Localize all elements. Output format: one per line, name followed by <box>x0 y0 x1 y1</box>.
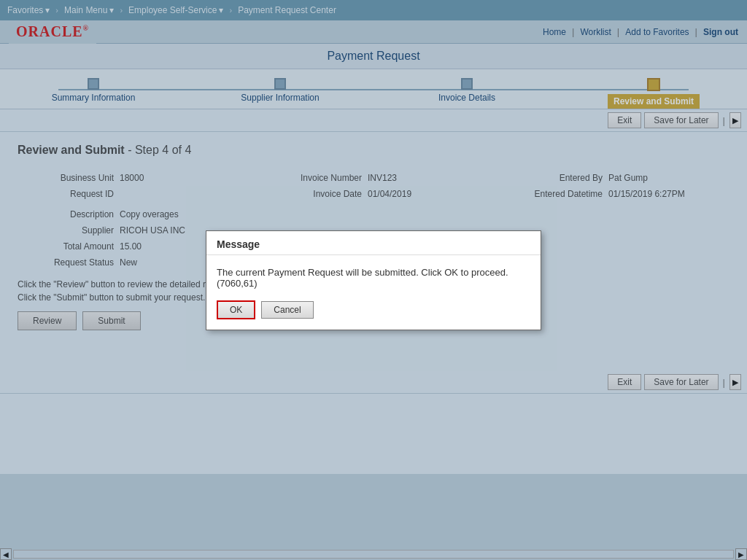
dialog-buttons: OK Cancel <box>206 298 541 330</box>
dialog-overlay: Message The current Payment Request will… <box>0 0 747 560</box>
message-dialog: Message The current Payment Request will… <box>206 230 541 330</box>
dialog-cancel-button[interactable]: Cancel <box>261 301 313 319</box>
dialog-title: Message <box>206 231 541 255</box>
dialog-ok-button[interactable]: OK <box>217 300 255 319</box>
dialog-message: The current Payment Request will be subm… <box>206 255 541 298</box>
